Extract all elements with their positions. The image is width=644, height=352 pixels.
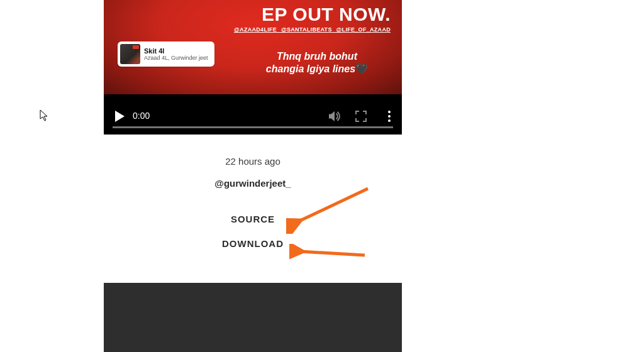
video-player[interactable]: EP OUT NOW. @AZAAD4LIFE @SANTALIBEATS @L… (104, 0, 402, 135)
story-caption: Thnq bruh bohut changia lgiya lines🖤 (251, 50, 383, 75)
post-meta: 22 hours ago @gurwinderjeet_ SOURCE DOWN… (104, 156, 402, 263)
fullscreen-icon[interactable] (355, 111, 367, 122)
caption-line-1: Thnq bruh bohut (277, 51, 357, 62)
video-controls-bar: 0:00 (104, 97, 402, 135)
track-title: Skit 4l (144, 47, 208, 55)
heart-icon: 🖤 (355, 63, 368, 74)
next-media-block[interactable] (104, 283, 402, 352)
video-progress-bar[interactable] (113, 126, 393, 128)
video-frame-content: EP OUT NOW. @AZAAD4LIFE @SANTALIBEATS @L… (104, 0, 402, 94)
play-icon[interactable] (115, 111, 125, 122)
video-timecode: 0:00 (133, 111, 150, 121)
more-options-icon[interactable] (388, 111, 391, 122)
download-link[interactable]: DOWNLOAD (104, 238, 402, 249)
volume-icon[interactable] (328, 111, 341, 122)
post-author-handle[interactable]: @gurwinderjeet_ (104, 178, 402, 189)
caption-line-2: changia lgiya lines (266, 63, 355, 74)
track-artist: Azaad 4L, Gurwinder jeet (144, 55, 208, 61)
music-track-card: Skit 4l Azaad 4L, Gurwinder jeet (118, 41, 214, 67)
ep-title: EP OUT NOW. (104, 4, 391, 25)
track-artwork (120, 44, 140, 64)
mouse-cursor (40, 109, 50, 122)
ep-tag-handles: @AZAAD4LIFE @SANTALIBEATS @LIFE_OF_AZAAD (104, 26, 391, 33)
source-link[interactable]: SOURCE (104, 214, 402, 224)
post-timestamp: 22 hours ago (104, 156, 402, 167)
